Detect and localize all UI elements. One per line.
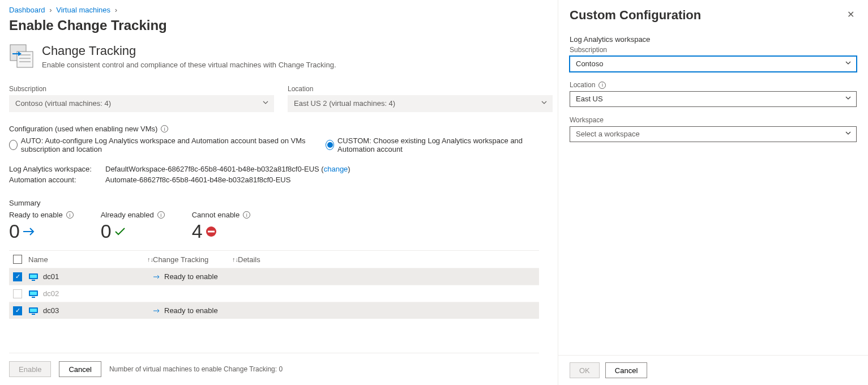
config-radio-auto[interactable]: AUTO: Auto-configure Log Analytics works… [9,136,315,153]
vm-name: dc01 [43,272,59,281]
info-icon[interactable]: i [161,125,168,132]
breadcrumb-sep-icon: › [49,6,52,14]
summary-ready-label: Ready to enable [9,211,63,219]
feature-header: Change Tracking Enable consistent contro… [9,44,539,69]
panel-workspace-label: Workspace [570,116,857,124]
row-checkbox[interactable]: ✓ [13,272,22,281]
summary-already-label: Already enabled [101,211,154,219]
arrow-right-icon [153,308,161,314]
table-row[interactable]: ✓ dc03 Ready to enable [9,302,539,319]
panel-subscription-select[interactable]: Contoso [570,56,857,72]
summary-ready-value: 0 [9,220,20,242]
cancel-button[interactable]: Cancel [59,361,101,377]
arrow-right-icon [22,226,37,237]
change-workspace-link[interactable]: change [324,165,348,173]
panel-location-select[interactable]: East US [570,91,857,107]
configuration-label: Configuration (used when enabling new VM… [9,125,539,133]
info-icon[interactable]: i [66,211,74,219]
subscription-filter-label: Subscription [9,85,274,93]
panel-location-label: Location [570,81,595,89]
feature-desc: Enable consistent control and compliance… [42,61,336,69]
radio-selected-icon [326,140,334,150]
col-name-header[interactable]: Name [28,255,48,264]
svg-rect-15 [32,314,35,315]
info-icon[interactable]: i [598,82,606,89]
panel-cancel-button[interactable]: Cancel [605,362,647,378]
close-icon[interactable]: ✕ [845,8,857,21]
radio-icon [9,140,18,150]
subscription-filter-select[interactable]: Contoso (virtual machines: 4) [9,95,274,112]
main-content: Dashboard › Virtual machines › Enable Ch… [0,0,548,385]
select-all-checkbox[interactable] [13,255,22,264]
panel-title: Custom Configuration [570,8,701,23]
summary-title: Summary [9,199,539,207]
location-filter-label: Location [288,85,553,93]
chevron-down-icon [845,57,852,71]
check-icon [114,226,126,237]
svg-rect-14 [30,309,37,312]
breadcrumb-vms[interactable]: Virtual machines [56,6,110,14]
chevron-down-icon [845,127,852,142]
svg-rect-6 [208,230,215,232]
footer-text: Number of virtual machines to enable Cha… [109,365,283,373]
workspace-value: DefaultWorkspace-68627f8c-65b8-4601-b48e… [105,165,319,173]
summary-already-value: 0 [101,220,112,242]
workspace-label: Log Analytics workspace: [9,165,105,173]
col-ct-header[interactable]: Change Tracking [153,255,208,264]
panel-workspace-select[interactable]: Select a workspace [570,126,857,142]
info-icon[interactable]: i [157,211,165,219]
breadcrumb-dashboard[interactable]: Dashboard [9,6,45,14]
row-checkbox[interactable] [13,289,22,298]
svg-rect-12 [32,297,35,298]
automation-label: Automation account: [9,176,105,184]
custom-config-panel: Custom Configuration ✕ Log Analytics wor… [558,0,868,385]
panel-subscription-label: Subscription [570,46,857,54]
sort-icon[interactable]: ↑↓ [147,256,153,263]
blocked-icon [205,225,217,238]
svg-rect-8 [30,275,37,278]
change-tracking-icon [9,44,34,69]
vm-icon [28,307,39,315]
feature-title: Change Tracking [42,44,336,58]
arrow-right-icon [153,274,161,280]
config-radio-custom[interactable]: CUSTOM: Choose existing Log Analytics wo… [326,136,539,153]
table-row[interactable]: dc02 [9,285,539,302]
automation-value: Automate-68627f8c-65b8-4601-b48e-b032a81… [105,176,290,184]
enable-button: Enable [9,361,51,377]
sort-icon[interactable]: ↑↓ [232,256,238,263]
vm-name: dc02 [43,289,59,298]
location-filter-select[interactable]: East US 2 (virtual machines: 4) [288,95,553,112]
panel-section-label: Log Analytics workspace [570,35,857,44]
footer: Enable Cancel Number of virtual machines… [9,353,539,385]
vm-icon [28,290,39,298]
summary-cannot-value: 4 [192,220,203,242]
row-checkbox[interactable]: ✓ [13,306,22,315]
col-details-header[interactable]: Details [238,255,260,264]
summary-cannot-label: Cannot enable [192,211,240,219]
svg-rect-9 [32,280,35,281]
vm-status: Ready to enable [164,272,218,281]
chevron-down-icon [541,96,548,112]
page-title: Enable Change Tracking [9,18,539,33]
breadcrumb: Dashboard › Virtual machines › [9,5,539,18]
vm-table: Name↑↓ Change Tracking↑↓ Details ✓ dc01 … [9,250,539,319]
vm-icon [28,273,39,281]
breadcrumb-sep-icon: › [115,6,117,14]
vm-name: dc03 [43,306,59,315]
vm-status: Ready to enable [164,306,218,315]
info-icon[interactable]: i [243,211,250,219]
panel-ok-button: OK [570,362,600,378]
chevron-down-icon [845,92,852,106]
svg-rect-11 [30,292,37,295]
table-row[interactable]: ✓ dc01 Ready to enable [9,268,539,285]
chevron-down-icon [262,96,269,112]
